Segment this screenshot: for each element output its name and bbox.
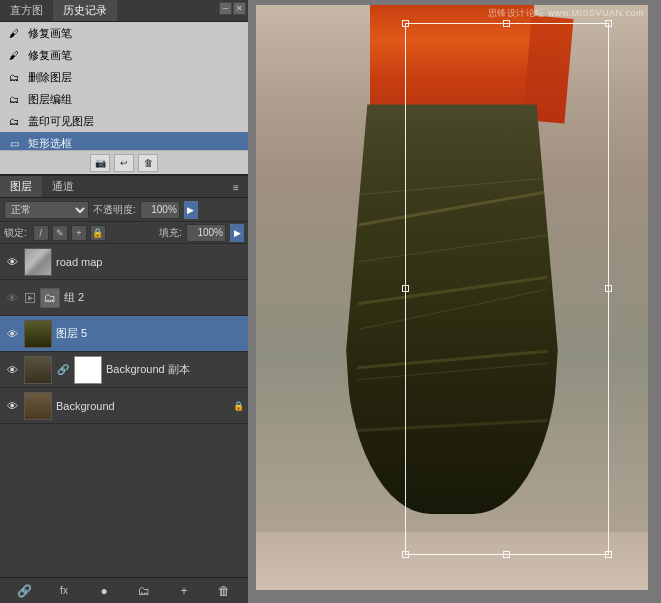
- blend-mode-select[interactable]: 正常: [4, 201, 89, 219]
- selection-icon: ▭: [6, 135, 22, 150]
- tab-layers[interactable]: 图层: [0, 176, 42, 197]
- layer-item-background[interactable]: 👁 Background 🔒: [0, 388, 248, 424]
- layer-icon: 🗂: [6, 113, 22, 129]
- layer-name: Background: [56, 400, 228, 412]
- skirt-ruffle-line: [357, 419, 547, 432]
- history-panel-header: 直方图 历史记录 ─ ✕: [0, 0, 248, 22]
- layer-name: 组 2: [64, 290, 244, 305]
- brush-icon: 🖌: [6, 47, 22, 63]
- new-group-button[interactable]: 🗂: [134, 581, 154, 601]
- opacity-arrow[interactable]: ▶: [184, 201, 198, 219]
- layer-name: 图层 5: [56, 326, 244, 341]
- lock-label: 锁定:: [4, 226, 27, 240]
- lock-row: 锁定: / ✎ + 🔒 填充: ▶: [0, 222, 248, 244]
- layers-panel: 图层 通道 ≡ 正常 不透明度: ▶ 锁定: / ✎ + 🔒 填充: [0, 175, 248, 603]
- minimize-button[interactable]: ─: [219, 2, 232, 15]
- history-list: 🖌 修复画笔 🖌 修复画笔 🗂 删除图层 🗂 图层编组 🗂 盖印可见图层 ▭: [0, 22, 248, 150]
- history-item[interactable]: 🗂 图层编组: [0, 88, 248, 110]
- opacity-input[interactable]: [140, 201, 180, 219]
- layer-thumbnail: [24, 248, 52, 276]
- skirt-ruffle-line: [357, 275, 546, 304]
- layer-name: Background 副本: [106, 362, 244, 377]
- tab-channels[interactable]: 通道: [42, 176, 84, 197]
- skirt-ruffle-line: [357, 350, 547, 370]
- layer-mask-thumbnail: [74, 356, 102, 384]
- skirt-texture: [357, 178, 547, 196]
- layer-item-group2[interactable]: 👁 ▶ 🗂 组 2: [0, 280, 248, 316]
- left-panel: 直方图 历史记录 ─ ✕ 🖌 修复画笔 🖌 修复画笔 🗂: [0, 0, 248, 603]
- lock-paint-button[interactable]: ✎: [52, 225, 68, 241]
- skirt-ruffle-line: [358, 190, 546, 226]
- history-corner-buttons: ─ ✕: [219, 2, 246, 15]
- canvas-area: 思锋设计论坛 www.MISSVUAN.com: [248, 0, 661, 603]
- tab-history[interactable]: 历史记录: [53, 0, 117, 21]
- history-tabs: 直方图 历史记录 ─ ✕: [0, 0, 248, 22]
- skirt-texture: [359, 289, 546, 330]
- layer-thumbnail: [24, 320, 52, 348]
- skirt: [346, 104, 558, 514]
- delete-state-button[interactable]: 🗑: [138, 154, 158, 172]
- history-panel: 直方图 历史记录 ─ ✕ 🖌 修复画笔 🖌 修复画笔 🗂: [0, 0, 248, 175]
- lock-transparent-button[interactable]: /: [33, 225, 49, 241]
- group-expand-icon[interactable]: ▶: [24, 292, 36, 304]
- layers-footer: 🔗 fx ● 🗂 + 🗑: [0, 577, 248, 603]
- eye-icon[interactable]: 👁: [4, 326, 20, 342]
- link-layers-button[interactable]: 🔗: [14, 581, 34, 601]
- fx-button[interactable]: fx: [54, 581, 74, 601]
- watermark: 思锋设计论坛 www.MISSVUAN.com: [488, 7, 644, 20]
- skirt-texture: [358, 234, 547, 262]
- link-icon: 🔗: [57, 364, 69, 375]
- layer-icon: 🗂: [6, 91, 22, 107]
- delete-layer-button[interactable]: 🗑: [214, 581, 234, 601]
- layers-tabs: 图层 通道 ≡: [0, 176, 248, 198]
- lock-move-button[interactable]: +: [71, 225, 87, 241]
- blend-row: 正常 不透明度: ▶: [0, 198, 248, 222]
- fill-input[interactable]: [186, 224, 226, 242]
- history-item-active[interactable]: ▭ 矩形选框: [0, 132, 248, 150]
- layer-thumbnail: [24, 392, 52, 420]
- person: [334, 5, 569, 590]
- layers-menu-icon[interactable]: ≡: [228, 179, 244, 195]
- layer-icon: 🗂: [6, 69, 22, 85]
- eye-icon[interactable]: 👁: [4, 362, 20, 378]
- history-item[interactable]: 🖌 修复画笔: [0, 44, 248, 66]
- history-item[interactable]: 🗂 盖印可见图层: [0, 110, 248, 132]
- layer-item-background-copy[interactable]: 👁 🔗 Background 副本: [0, 352, 248, 388]
- eye-icon[interactable]: 👁: [4, 254, 20, 270]
- new-layer-button[interactable]: +: [174, 581, 194, 601]
- layer-item-layer5[interactable]: 👁 图层 5: [0, 316, 248, 352]
- close-button[interactable]: ✕: [233, 2, 246, 15]
- history-item[interactable]: 🗂 删除图层: [0, 66, 248, 88]
- layers-list: 👁 road map 👁 ▶ 🗂 组 2 👁 图层 5: [0, 244, 248, 577]
- new-fill-button[interactable]: ●: [94, 581, 114, 601]
- eye-icon[interactable]: 👁: [4, 290, 20, 306]
- tab-histogram[interactable]: 直方图: [0, 0, 53, 21]
- layer-thumbnail: 🗂: [40, 288, 60, 308]
- fill-arrow[interactable]: ▶: [230, 224, 244, 242]
- brush-icon: 🖌: [6, 25, 22, 41]
- photo-composite: 思锋设计论坛 www.MISSVUAN.com: [256, 5, 648, 590]
- lock-icon: 🔒: [232, 400, 244, 412]
- lock-all-button[interactable]: 🔒: [90, 225, 106, 241]
- layer-item-road-map[interactable]: 👁 road map: [0, 244, 248, 280]
- fill-label: 填充:: [159, 226, 182, 240]
- layer-thumbnail: [24, 356, 52, 384]
- lock-icons: / ✎ + 🔒: [33, 225, 106, 241]
- layer-name: road map: [56, 256, 244, 268]
- eye-icon[interactable]: 👁: [4, 398, 20, 414]
- opacity-label: 不透明度:: [93, 203, 136, 217]
- history-item[interactable]: 🖌 修复画笔: [0, 22, 248, 44]
- snapshot-button[interactable]: 📷: [90, 154, 110, 172]
- history-actions: 📷 ↩ 🗑: [0, 150, 248, 174]
- new-state-button[interactable]: ↩: [114, 154, 134, 172]
